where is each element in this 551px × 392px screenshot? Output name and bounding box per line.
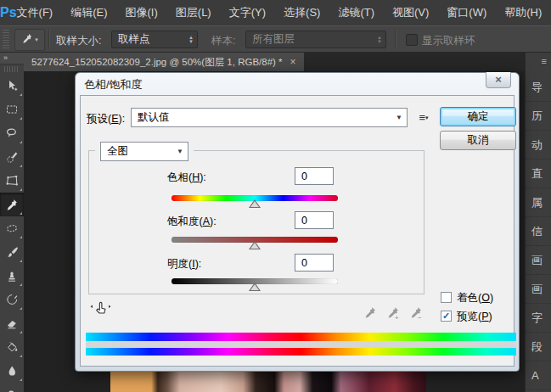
show-sampling-ring-label: 显示取样环 <box>422 34 475 48</box>
menu-edit[interactable]: 编辑(E) <box>70 5 107 20</box>
dodge-tool[interactable] <box>0 383 24 392</box>
colorize-checkbox[interactable] <box>441 292 452 303</box>
healing-brush-icon <box>5 221 19 235</box>
rectangular-marquee-tool[interactable] <box>0 98 24 121</box>
dialog-close-button[interactable]: × <box>486 72 511 88</box>
menu-select[interactable]: 选择(S) <box>284 5 320 20</box>
flyout-indicator <box>20 141 22 143</box>
eyedropper-tool[interactable] <box>0 193 24 216</box>
toolbar-collapse-button[interactable]: » <box>0 53 24 64</box>
eyedropper-tool-preset-button[interactable]: ▾ <box>14 29 45 51</box>
saturation-label: 饱和度(A): <box>167 215 216 229</box>
lightness-input[interactable] <box>295 254 334 272</box>
paint-bucket-tool[interactable] <box>0 335 24 359</box>
flyout-indicator <box>20 165 22 167</box>
eyedropper-icon <box>21 32 33 48</box>
flyout-indicator <box>20 93 22 96</box>
sample-dropdown: 所有图层 ▲▼ <box>245 31 386 48</box>
hand-drag-icon <box>89 300 112 320</box>
svg-text:+: + <box>395 314 399 321</box>
hue-reference-bar-top <box>86 333 516 341</box>
hue-slider-thumb[interactable] <box>249 199 261 208</box>
hue-saturation-dialog: 色相/饱和度 × 预设(E): 默认值 ▼ ≡▾ 确定 取消 全图 ▼ 色相(H… <box>75 72 520 372</box>
preset-options-button[interactable]: ≡▾ <box>413 109 434 126</box>
hue-input[interactable] <box>295 167 334 185</box>
hue-bar-gap <box>86 341 516 348</box>
right-panel-dock: ≡ 导 历 动 直 属 信 画 画 字 段 A <box>525 53 551 392</box>
targeted-adjustment-tool[interactable] <box>89 300 112 323</box>
crop-icon <box>5 174 19 188</box>
flyout-indicator <box>20 212 22 215</box>
tool-bar: » <box>0 53 25 392</box>
preset-dropdown[interactable]: 默认值 ▼ <box>131 108 408 127</box>
saturation-slider-thumb[interactable] <box>249 241 261 249</box>
panel-tab-brush[interactable]: 画 <box>526 246 551 275</box>
menu-file[interactable]: 文件(F) <box>17 5 53 20</box>
dialog-title[interactable]: 色相/饱和度 <box>76 73 519 95</box>
move-tool[interactable] <box>0 74 24 98</box>
flyout-indicator <box>20 331 22 333</box>
flyout-indicator <box>20 283 22 286</box>
hue-reference-bar-bottom <box>86 348 516 356</box>
tab-close-icon[interactable]: × <box>290 56 296 68</box>
blur-tool[interactable] <box>0 359 24 383</box>
canvas-photo[interactable] <box>110 372 426 392</box>
spinner-icon: ▲▼ <box>183 36 194 44</box>
toolbar-grip[interactable] <box>4 66 20 72</box>
quick-selection-icon <box>5 150 19 164</box>
quick-selection-tool[interactable] <box>0 145 24 169</box>
panel-tab-actions[interactable]: 动 <box>526 131 551 160</box>
lightness-slider-thumb[interactable] <box>249 283 261 291</box>
dialog-body: 预设(E): 默认值 ▼ ≡▾ 确定 取消 全图 ▼ 色相(H): 饱和度(A)… <box>80 95 514 367</box>
brush-tool[interactable] <box>0 240 24 264</box>
sample-size-label: 取样大小: <box>56 34 101 48</box>
menu-help[interactable]: 帮助(H) <box>504 5 542 20</box>
lasso-tool[interactable] <box>0 121 24 145</box>
flyout-indicator <box>20 307 22 310</box>
menu-layer[interactable]: 图层(L) <box>176 5 211 20</box>
document-tab[interactable]: 5277624_152052082309_2.jpg @ 50%(图层 1, R… <box>24 53 304 71</box>
document-tab-title: 5277624_152052082309_2.jpg @ 50%(图层 1, R… <box>31 56 283 69</box>
panel-tab-character[interactable]: 字 <box>526 304 551 333</box>
panel-tab-brush-presets[interactable]: 画 <box>526 275 551 304</box>
panel-tab-navigator[interactable]: 导 <box>526 73 551 102</box>
lasso-icon <box>5 126 19 140</box>
eyedropper-subtract-icon: − <box>409 305 424 324</box>
crop-tool[interactable] <box>0 169 24 193</box>
healing-brush-tool[interactable] <box>0 216 24 240</box>
eraser-tool[interactable] <box>0 311 24 335</box>
menu-type[interactable]: 文字(Y) <box>229 5 266 20</box>
sample-value: 所有图层 <box>252 32 295 47</box>
panel-tab-paragraph[interactable]: 段 <box>526 333 551 361</box>
panel-tab-character-styles[interactable]: A <box>526 361 551 390</box>
menu-filter[interactable]: 滤镜(T) <box>338 5 374 20</box>
history-brush-tool[interactable] <box>0 288 24 311</box>
cancel-button[interactable]: 取消 <box>440 131 516 150</box>
options-bar-grip[interactable] <box>3 30 9 48</box>
preview-checkbox[interactable]: ✓ <box>441 311 452 322</box>
flyout-indicator <box>20 236 22 238</box>
adjustment-groupbox <box>88 150 424 294</box>
preset-label: 预设(E): <box>87 112 125 126</box>
menu-view[interactable]: 视图(V) <box>392 5 429 20</box>
options-bar: ▾ 取样大小: 取样点 ▲▼ 样本: 所有图层 ▲▼ 显示取样环 <box>0 25 551 53</box>
clone-stamp-tool[interactable] <box>0 264 24 288</box>
blur-icon <box>5 364 19 378</box>
caret-down-icon: ▼ <box>177 148 183 155</box>
flyout-indicator <box>20 378 22 381</box>
panel-tab-history[interactable]: 历 <box>526 102 551 131</box>
menu-image[interactable]: 图像(I) <box>126 5 158 20</box>
menu-window[interactable]: 窗口(W) <box>447 5 486 20</box>
saturation-input[interactable] <box>295 211 334 229</box>
panel-tab-info[interactable]: 信 <box>526 217 551 246</box>
ok-button[interactable]: 确定 <box>440 107 516 126</box>
panel-tab-properties[interactable]: 属 <box>526 188 551 217</box>
panel-tab-histogram[interactable]: 直 <box>526 160 551 188</box>
lightness-label: 明度(I): <box>167 257 201 272</box>
photoshop-logo: Ps <box>0 5 17 20</box>
move-icon <box>5 79 19 92</box>
channel-dropdown[interactable]: 全图 ▼ <box>100 142 188 161</box>
dodge-icon <box>5 388 19 392</box>
sample-size-dropdown[interactable]: 取样点 ▲▼ <box>111 31 198 48</box>
dock-collapse-icon[interactable]: ≡ <box>526 53 551 73</box>
